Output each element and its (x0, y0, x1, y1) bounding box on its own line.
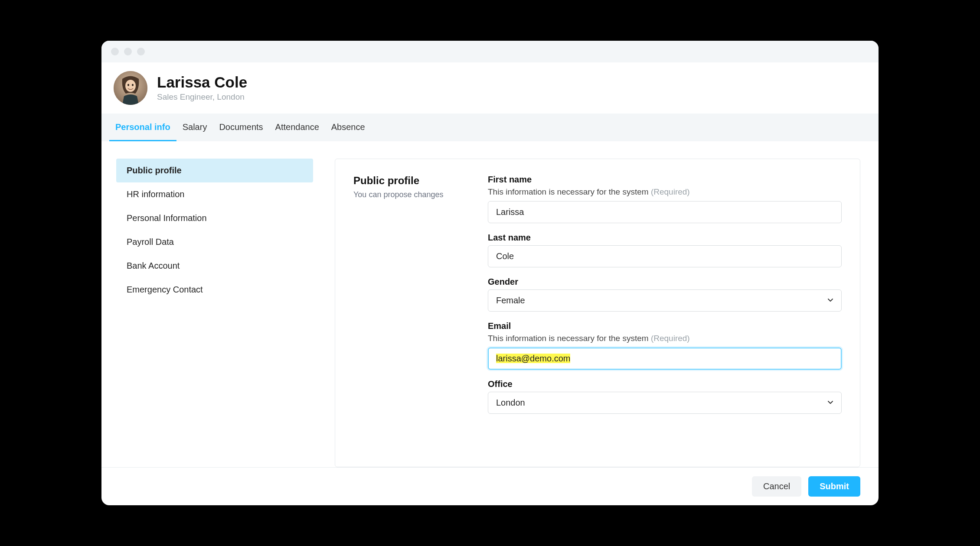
email-value-highlighted: larissa@demo.com (496, 354, 570, 363)
email-hint: This information is necessary for the sy… (488, 334, 842, 343)
tab-personal-info[interactable]: Personal info (109, 114, 176, 141)
cancel-button[interactable]: Cancel (752, 476, 801, 497)
first-name-input[interactable] (488, 201, 842, 223)
profile-header: Larissa Cole Sales Engineer, London (101, 62, 879, 114)
section-title: Public profile (353, 175, 462, 187)
sidebar-item-hr-information[interactable]: HR information (116, 182, 313, 206)
window-control-close[interactable] (111, 48, 119, 55)
app-window: Larissa Cole Sales Engineer, London Pers… (101, 41, 879, 505)
window-titlebar (101, 41, 879, 62)
sidebar-item-payroll-data[interactable]: Payroll Data (116, 230, 313, 254)
section-header: Public profile You can propose changes (353, 175, 462, 451)
tab-salary[interactable]: Salary (176, 114, 213, 141)
svg-point-2 (125, 80, 136, 92)
profile-name: Larissa Cole (157, 74, 247, 91)
last-name-label: Last name (488, 233, 842, 243)
first-name-label: First name (488, 175, 842, 185)
last-name-input[interactable] (488, 245, 842, 267)
office-select[interactable]: London (488, 392, 842, 414)
field-first-name: First name This information is necessary… (488, 175, 842, 223)
main-panel: Public profile You can propose changes F… (335, 159, 860, 467)
profile-header-text: Larissa Cole Sales Engineer, London (157, 74, 247, 102)
sidebar-item-personal-information[interactable]: Personal Information (116, 206, 313, 230)
field-email: Email This information is necessary for … (488, 321, 842, 370)
avatar (114, 71, 147, 105)
field-office: Office London (488, 379, 842, 414)
svg-point-3 (127, 84, 129, 86)
sidebar-item-public-profile[interactable]: Public profile (116, 159, 313, 182)
window-control-maximize[interactable] (137, 48, 145, 55)
content: Public profile HR information Personal I… (101, 141, 879, 467)
first-name-hint: This information is necessary for the sy… (488, 187, 842, 197)
field-last-name: Last name (488, 233, 842, 267)
field-gender: Gender Female (488, 277, 842, 312)
profile-subtitle: Sales Engineer, London (157, 92, 247, 102)
svg-point-4 (132, 84, 134, 86)
sidebar-item-emergency-contact[interactable]: Emergency Contact (116, 278, 313, 302)
section-subtitle: You can propose changes (353, 190, 462, 199)
submit-button[interactable]: Submit (808, 476, 860, 497)
form: First name This information is necessary… (488, 175, 842, 451)
email-input[interactable]: larissa@demo.com (488, 348, 842, 370)
gender-select[interactable]: Female (488, 289, 842, 312)
tab-documents[interactable]: Documents (213, 114, 269, 141)
footer: Cancel Submit (101, 467, 879, 505)
tabs: Personal info Salary Documents Attendanc… (101, 114, 879, 141)
gender-label: Gender (488, 277, 842, 287)
sidebar: Public profile HR information Personal I… (116, 159, 313, 467)
window-control-minimize[interactable] (124, 48, 132, 55)
tab-absence[interactable]: Absence (325, 114, 371, 141)
sidebar-item-bank-account[interactable]: Bank Account (116, 254, 313, 278)
office-label: Office (488, 379, 842, 389)
email-label: Email (488, 321, 842, 331)
tab-attendance[interactable]: Attendance (269, 114, 325, 141)
